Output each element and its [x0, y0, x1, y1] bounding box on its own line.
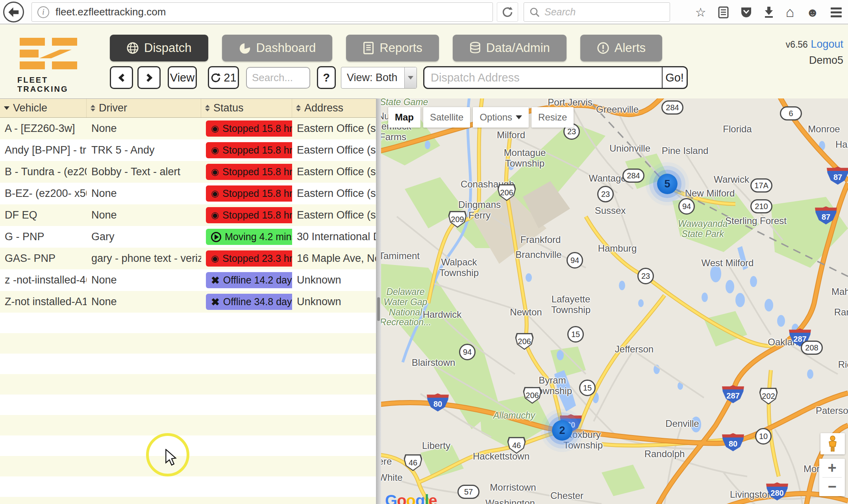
download-icon[interactable]: [764, 6, 774, 18]
stopped-record-icon: ◉: [211, 189, 219, 198]
map-resize-button[interactable]: Resize: [531, 107, 574, 128]
back-arrow-icon: [8, 6, 20, 18]
map-town-label: New Milford: [685, 188, 735, 199]
nav-alerts-button[interactable]: Alerts: [580, 35, 662, 61]
route-shield-circle: 94: [459, 344, 476, 360]
help-button[interactable]: ?: [317, 66, 336, 89]
map-town-label: Harri: [835, 139, 848, 150]
table-row[interactable]: Z-not installed-A10...None✖Offline 34.8 …: [0, 291, 376, 313]
table-cell: B - Tundra - (ez200-...: [0, 166, 87, 178]
table-row[interactable]: G - PNPGaryMoving 4.2 mins/1230 Internat…: [0, 226, 376, 248]
home-icon[interactable]: ⌂: [786, 5, 794, 19]
vehicle-search-input[interactable]: [252, 72, 303, 84]
nav-label: Dispatch: [144, 41, 192, 55]
browser-back-button[interactable]: [3, 2, 24, 22]
table-row[interactable]: z -not-iinstalled-464...None✖Offline 14.…: [0, 269, 376, 291]
pocket-icon[interactable]: [741, 6, 752, 18]
column-header-vehicle[interactable]: Vehicle: [0, 99, 87, 117]
street-view-pegman-control[interactable]: [820, 433, 845, 454]
history-back-button[interactable]: [110, 66, 133, 89]
google-logo: Google: [385, 492, 437, 504]
status-label: Stopped 15.8 hrs: [222, 209, 292, 221]
zoom-out-button[interactable]: −: [819, 478, 845, 496]
table-row[interactable]: B - Tundra - (ez200-...Bobby - Text - al…: [0, 161, 376, 183]
globe-icon: [126, 42, 139, 54]
dispatch-address-group: Go!: [423, 66, 688, 89]
table-cell-status: ◉Stopped 15.8 hrs: [201, 185, 292, 202]
stopped-record-icon: ◉: [211, 211, 219, 220]
map-base: [381, 98, 848, 504]
status-badge: ◉Stopped 15.8 hrs: [206, 164, 292, 180]
table-row[interactable]: B-EZ- (ez200- x5038)None◉Stopped 15.8 hr…: [0, 183, 376, 204]
site-info-icon[interactable]: i: [37, 6, 49, 18]
table-row[interactable]: DF EQNone◉Stopped 15.8 hrsEastern Office…: [0, 204, 376, 226]
sort-both-icon: [205, 105, 210, 111]
map-town-label: Hackettstown: [473, 451, 530, 462]
status-label: Stopped 15.8 hrs: [222, 145, 292, 156]
zoom-in-button[interactable]: +: [819, 459, 845, 477]
nav-data-admin-button[interactable]: Data/Admin: [453, 35, 567, 61]
table-row[interactable]: A - [EZ260-3w]None◉Stopped 15.8 hrsEaste…: [0, 118, 376, 139]
screen: i fleet.ezfleettracking.com ☆ ⌂ ☻: [0, 0, 848, 504]
dispatch-address-input[interactable]: [424, 67, 662, 88]
table-cell: Eastern Office (sales gu: [292, 209, 376, 221]
google-logo-letter: o: [406, 492, 415, 504]
view-button[interactable]: View: [168, 66, 197, 89]
browser-search-input[interactable]: [544, 6, 655, 18]
status-label: Stopped 23.3 hrs: [222, 253, 292, 264]
column-header-driver[interactable]: Driver: [87, 99, 201, 117]
stopped-record-icon: ◉: [211, 254, 219, 263]
reload-button[interactable]: [497, 2, 518, 22]
map-town-label: LafayetteTownship: [551, 294, 591, 315]
table-row[interactable]: Andy [B-PNP] - truckTRK 5 - Andy◉Stopped…: [0, 139, 376, 161]
history-forward-button[interactable]: [137, 66, 161, 89]
logout-link[interactable]: Logout: [811, 38, 843, 50]
table-cell: TRK 5 - Andy: [87, 144, 201, 156]
view-mode-select[interactable]: View: Both: [341, 67, 417, 89]
map-town-label: Liberty: [422, 441, 450, 451]
route-shield-circle: 23: [597, 186, 614, 202]
map-town-label: Hamburg: [598, 243, 637, 254]
map-town-label: Monroe: [808, 124, 840, 135]
map-panel[interactable]: Port JervisGreenvilleNuMilfordHemlockFar…: [381, 98, 848, 504]
table-row[interactable]: GAS- PNPgary - phone text - verizon◉Stop…: [0, 248, 376, 269]
column-header-address[interactable]: Address: [292, 99, 376, 117]
chevron-down-icon: [516, 115, 522, 119]
vehicle-search-box[interactable]: [246, 67, 310, 89]
nav-reports-button[interactable]: Reports: [346, 35, 439, 61]
nav-dashboard-button[interactable]: Dashboard: [222, 35, 333, 61]
route-shield-oval: 284: [661, 100, 683, 115]
bookmark-star-icon[interactable]: ☆: [695, 6, 706, 19]
column-header-status[interactable]: Status: [201, 99, 292, 117]
map-town-label: Paterson: [816, 406, 848, 416]
browser-search-box[interactable]: [524, 2, 670, 22]
vehicle-cluster-marker[interactable]: 5: [657, 174, 678, 194]
map-town-label: Milford: [497, 130, 525, 141]
go-button[interactable]: Go!: [662, 67, 687, 88]
route-shield-oval: 210: [750, 199, 772, 213]
splitter-handle[interactable]: [377, 297, 380, 321]
map-options-button[interactable]: Options: [473, 107, 529, 128]
table-body: A - [EZ260-3w]None◉Stopped 15.8 hrsEaste…: [0, 118, 376, 313]
google-logo-letter: G: [385, 492, 397, 504]
vehicle-cluster-marker[interactable]: 2: [552, 420, 572, 441]
map-type-satellite-button[interactable]: Satellite: [423, 107, 470, 128]
map-park-label: WawayandaState Park: [678, 219, 728, 239]
google-logo-letter: g: [415, 492, 424, 504]
status-badge: ◉Stopped 15.8 hrs: [206, 185, 292, 202]
map-town-label: White: [381, 472, 403, 483]
panel-splitter[interactable]: [376, 98, 381, 504]
url-bar[interactable]: i fleet.ezfleettracking.com: [31, 2, 493, 22]
map-type-map-button[interactable]: Map: [388, 107, 420, 128]
reading-list-icon[interactable]: [718, 6, 729, 19]
satellite-button-label: Satellite: [430, 112, 463, 123]
nav-dispatch-button[interactable]: Dispatch: [110, 35, 208, 61]
select-arrow[interactable]: [404, 67, 417, 88]
menu-hamburger-icon[interactable]: [831, 7, 842, 17]
table-cell-status: ◉Stopped 15.8 hrs: [201, 120, 292, 137]
refresh-button[interactable]: 21: [208, 66, 239, 89]
resize-button-label: Resize: [538, 112, 567, 123]
browser-action-icons: ☆ ⌂ ☻: [695, 0, 842, 24]
feedback-smiley-icon[interactable]: ☻: [806, 6, 819, 19]
view-mode-value: View: Both: [341, 67, 404, 88]
